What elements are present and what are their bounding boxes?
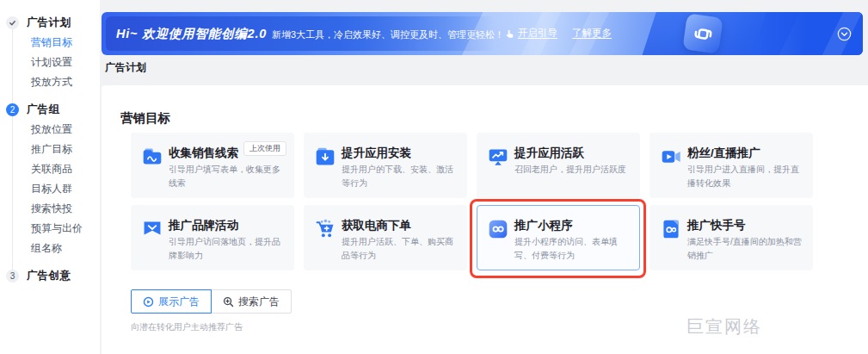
kuaishou-account-icon xyxy=(661,219,681,239)
step-label: 广告组 xyxy=(27,102,59,117)
sidebar-subitem[interactable]: 关联商品 xyxy=(0,159,100,179)
ad-type-tab-展示广告[interactable]: 展示广告 xyxy=(131,289,212,314)
banner-collapse-button[interactable] xyxy=(837,27,852,41)
card-desc: 引导用户进入直播间，提升直播转化效果 xyxy=(687,163,806,190)
brand-campaign-icon xyxy=(142,219,163,239)
goal-card[interactable]: 推广快手号满足快手号/直播间的加热和营销推广 xyxy=(649,205,813,270)
goal-card[interactable]: 提升应用活跃召回老用户，提升用户活跃度 xyxy=(477,133,640,198)
sidebar-step-广告创意[interactable]: 3广告创意 xyxy=(0,265,100,286)
sidebar-subitem[interactable]: 预算与出价 xyxy=(0,219,100,239)
ad-type-tab-label: 搜索广告 xyxy=(238,295,280,309)
sidebar-step-广告组[interactable]: 2广告组 xyxy=(0,99,100,120)
start-guide-label: 开启引导 xyxy=(518,27,557,40)
sidebar-subitem[interactable]: 目标人群 xyxy=(0,179,100,199)
card-desc: 提升用户活跃、下单、购买商品等行为 xyxy=(342,235,460,263)
search-ad-icon xyxy=(223,296,234,307)
goal-card[interactable]: 推广小程序提升小程序的访问、表单填写、付费等行为 xyxy=(477,205,640,270)
card-desc: 提升小程序的访问、表单填写、付费等行为 xyxy=(514,235,633,263)
app-install-icon xyxy=(315,146,336,167)
card-title: 提升应用安装 xyxy=(342,146,411,161)
sidebar-subitem[interactable]: 投放方式 xyxy=(0,72,100,92)
sidebar-subitem[interactable]: 计划设置 xyxy=(0,53,100,72)
check-icon xyxy=(6,16,19,29)
goal-card[interactable]: 粉丝/直播推广引导用户进入直播间，提升直播转化效果 xyxy=(649,133,813,198)
watermark: 巨宣网络 xyxy=(686,315,762,338)
promo-banner: Hi~ 欢迎使用智能创编2.0 新增3大工具，冷启效果好、调控更及时、管理更轻松… xyxy=(102,12,863,55)
card-title: 推广小程序 xyxy=(514,218,573,233)
miniapp-icon xyxy=(488,219,508,239)
card-desc: 满足快手号/直播间的加热和营销推广 xyxy=(687,235,806,263)
card-title: 获取电商下单 xyxy=(342,218,411,233)
sidebar-subitem[interactable]: 营销目标 xyxy=(0,33,100,53)
ad-type-tab-label: 展示广告 xyxy=(158,295,200,309)
ad-type-tab-搜索广告[interactable]: 搜索广告 xyxy=(211,289,292,314)
step-label: 广告计划 xyxy=(27,16,71,30)
start-guide-link[interactable]: 开启引导 xyxy=(504,27,557,40)
ad-type-segmented-control: 展示广告搜索广告 xyxy=(131,289,292,314)
app-active-icon xyxy=(488,146,508,167)
campaign-panel: 营销目标 收集销售线索引导用户填写表单，收集更多线索上次使用提升应用安装提升用户… xyxy=(102,85,868,354)
step-connector-line xyxy=(12,29,13,275)
breadcrumb: 广告计划 xyxy=(105,60,146,75)
section-title: 营销目标 xyxy=(120,110,170,127)
display-ad-icon xyxy=(143,296,154,307)
pointer-hand-icon xyxy=(504,28,514,39)
step-number-badge: 3 xyxy=(6,270,19,283)
card-desc: 提升用户的下载、安装、激活等行为 xyxy=(342,163,460,190)
goal-card[interactable]: 获取电商下单提升用户活跃、下单、购买商品等行为 xyxy=(304,205,467,270)
sidebar-step-广告计划[interactable]: 广告计划 xyxy=(0,12,100,33)
card-desc: 引导用户填写表单，收集更多线索 xyxy=(169,163,287,190)
sidebar-subitem[interactable]: 推广目标 xyxy=(0,140,100,159)
goal-card[interactable]: 提升应用安装提升用户的下载、安装、激活等行为 xyxy=(304,133,467,198)
step-number-badge: 2 xyxy=(6,103,19,116)
smart-creation-logo xyxy=(682,13,723,53)
learn-more-label: 了解更多 xyxy=(572,27,612,40)
wizard-steps-sidebar: 广告计划营销目标计划设置投放方式2广告组投放位置推广目标关联商品目标人群搜索快投… xyxy=(0,0,100,354)
last-used-badge: 上次使用 xyxy=(243,141,286,156)
sidebar-subitem[interactable]: 投放位置 xyxy=(0,120,100,140)
card-title: 提升应用活跃 xyxy=(514,146,584,161)
banner-title: Hi~ 欢迎使用智能创编2.0 xyxy=(116,26,267,42)
goal-card[interactable]: 收集销售线索引导用户填写表单，收集更多线索上次使用 xyxy=(131,133,294,198)
sidebar-subitem[interactable]: 组名称 xyxy=(0,239,100,258)
card-title: 收集销售线索 xyxy=(169,146,238,161)
ad-type-caption: 向潜在转化用户主动推荐广告 xyxy=(131,321,243,333)
card-desc: 召回老用户，提升用户活跃度 xyxy=(514,163,633,177)
learn-more-link[interactable]: 了解更多 xyxy=(572,27,612,40)
sidebar-subitem[interactable]: 搜索快投 xyxy=(0,199,100,219)
card-desc: 引导用户访问落地页，提升品牌影响力 xyxy=(169,235,287,263)
banner-subtitle: 新增3大工具，冷启效果好、调控更及时、管理更轻松！ xyxy=(272,28,504,41)
card-title: 推广快手号 xyxy=(687,218,746,233)
card-title: 推广品牌活动 xyxy=(169,218,238,233)
goal-card[interactable]: 推广品牌活动引导用户访问落地页，提升品牌影响力 xyxy=(131,205,294,270)
ecommerce-order-icon xyxy=(315,219,336,239)
live-promo-icon xyxy=(661,146,681,167)
card-title: 粉丝/直播推广 xyxy=(687,146,760,161)
step-label: 广告创意 xyxy=(27,269,71,283)
leads-folder-icon xyxy=(142,146,163,167)
